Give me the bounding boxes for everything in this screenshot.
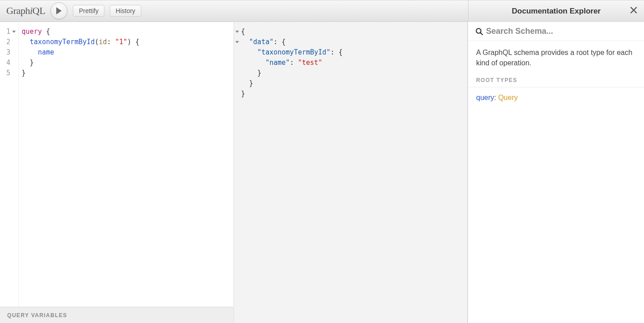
root-field-name: query xyxy=(476,94,494,101)
result-pane: { "data": { "taxonomyTermById": { "name"… xyxy=(234,22,468,323)
token-punct: : xyxy=(107,38,115,46)
token-field: taxonomyTermById xyxy=(30,38,95,46)
search-icon xyxy=(475,27,483,36)
docs-panel: Documentation Explorer A GraphQL schema … xyxy=(468,22,644,323)
token-string: "test" xyxy=(298,59,322,67)
token-punct: { xyxy=(131,38,140,46)
docs-search[interactable] xyxy=(468,22,644,41)
line-number: 1 xyxy=(0,27,17,37)
token-string: "1" xyxy=(115,38,127,46)
token-field: name xyxy=(38,48,54,56)
token-key: "data" xyxy=(249,38,274,46)
root-type-row: query: Query xyxy=(468,87,644,108)
root-type-link[interactable]: Query xyxy=(498,94,518,101)
token-keyword: query xyxy=(22,27,42,36)
token-punct: } xyxy=(241,90,245,98)
close-docs-button[interactable] xyxy=(630,6,638,16)
result-code[interactable]: { "data": { "taxonomyTermById": { "name"… xyxy=(240,22,468,323)
token-punct: } xyxy=(30,59,34,67)
token-punct: { xyxy=(42,27,50,36)
token-punct: { xyxy=(282,38,286,46)
token-punct: { xyxy=(241,27,245,36)
line-number: 2 xyxy=(0,37,17,47)
token-punct: : xyxy=(330,48,338,56)
token-punct: : xyxy=(290,59,298,67)
logo-pre: Graph xyxy=(6,5,30,17)
token-arg: id xyxy=(99,38,107,46)
root-colon: : xyxy=(494,94,498,101)
token-punct: ( xyxy=(95,38,99,46)
query-editor[interactable]: 1 2 3 4 5 query { taxonomyTermById(id: "… xyxy=(0,22,234,307)
result-fold-gutter xyxy=(234,22,240,323)
fold-marker-icon[interactable] xyxy=(234,27,240,37)
execute-button[interactable] xyxy=(50,2,68,19)
docs-description: A GraphQL schema provides a root type fo… xyxy=(468,41,644,77)
token-key: "taxonomyTermById" xyxy=(257,48,331,56)
token-punct: } xyxy=(22,69,26,77)
token-punct: : xyxy=(274,38,282,46)
query-variables-label: QUERY VARIABLES xyxy=(7,312,67,318)
docs-header: Documentation Explorer xyxy=(468,0,644,22)
play-icon xyxy=(56,7,62,14)
token-punct: } xyxy=(257,69,261,77)
fold-marker-icon[interactable] xyxy=(234,37,240,47)
query-code[interactable]: query { taxonomyTermById(id: "1") { name… xyxy=(19,22,234,307)
line-number: 4 xyxy=(0,58,17,68)
app-logo: GraphiQL xyxy=(6,5,45,17)
close-icon xyxy=(630,6,638,14)
line-number: 5 xyxy=(0,68,17,78)
query-editor-pane: 1 2 3 4 5 query { taxonomyTermById(id: "… xyxy=(0,22,234,323)
logo-post: QL xyxy=(32,5,45,17)
token-punct: { xyxy=(338,48,342,56)
prettify-button[interactable]: Prettify xyxy=(73,5,104,17)
main-area: 1 2 3 4 5 query { taxonomyTermById(id: "… xyxy=(0,22,644,323)
token-key: "name" xyxy=(266,59,290,67)
token-punct: } xyxy=(249,79,253,87)
docs-section-label: ROOT TYPES xyxy=(468,77,644,87)
query-variables-bar[interactable]: QUERY VARIABLES xyxy=(0,307,234,323)
history-button[interactable]: History xyxy=(110,5,141,17)
docs-title: Documentation Explorer xyxy=(512,7,600,16)
line-number: 3 xyxy=(0,47,17,58)
line-gutter: 1 2 3 4 5 xyxy=(0,22,19,307)
token-punct: ) xyxy=(127,38,131,46)
docs-search-input[interactable] xyxy=(486,27,637,36)
